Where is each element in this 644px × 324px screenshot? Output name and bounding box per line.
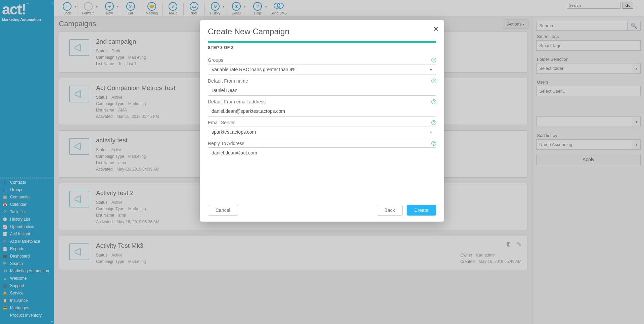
modal-progress-bar [208, 41, 436, 43]
modal-title: Create New Campaign [208, 27, 436, 36]
create-button[interactable]: Create [407, 205, 436, 216]
help-icon[interactable]: ? [431, 141, 436, 146]
cancel-button[interactable]: Cancel [208, 205, 238, 216]
reply-to-label: Reply To Address [208, 141, 244, 146]
from-name-label: Default From name [208, 78, 248, 84]
help-icon[interactable]: ? [431, 58, 436, 62]
chevron-down-icon[interactable]: ▾ [426, 64, 436, 75]
email-server-select[interactable] [208, 127, 426, 137]
from-name-input[interactable] [208, 85, 436, 96]
close-icon: ✕ [433, 25, 439, 33]
help-icon[interactable]: ? [431, 99, 436, 104]
modal-footer: Cancel Back Create [208, 198, 436, 216]
from-email-label: Default From email address [208, 99, 266, 104]
chevron-down-icon[interactable]: ▾ [426, 127, 436, 137]
help-icon[interactable]: ? [431, 79, 436, 83]
create-campaign-modal: ✕ Create New Campaign STEP 2 OF 2 Groups… [200, 20, 444, 222]
modal-step-label: STEP 2 OF 2 [208, 45, 436, 50]
help-icon[interactable]: ? [431, 120, 436, 125]
email-server-label: Email Server [208, 120, 235, 125]
modal-backdrop[interactable]: ✕ Create New Campaign STEP 2 OF 2 Groups… [0, 0, 644, 324]
from-email-input[interactable] [208, 106, 436, 117]
groups-select[interactable] [208, 64, 426, 75]
groups-label: Groups [208, 57, 223, 63]
reply-to-input[interactable] [208, 147, 436, 158]
modal-close-button[interactable]: ✕ [433, 25, 439, 33]
back-button[interactable]: Back [377, 205, 403, 216]
